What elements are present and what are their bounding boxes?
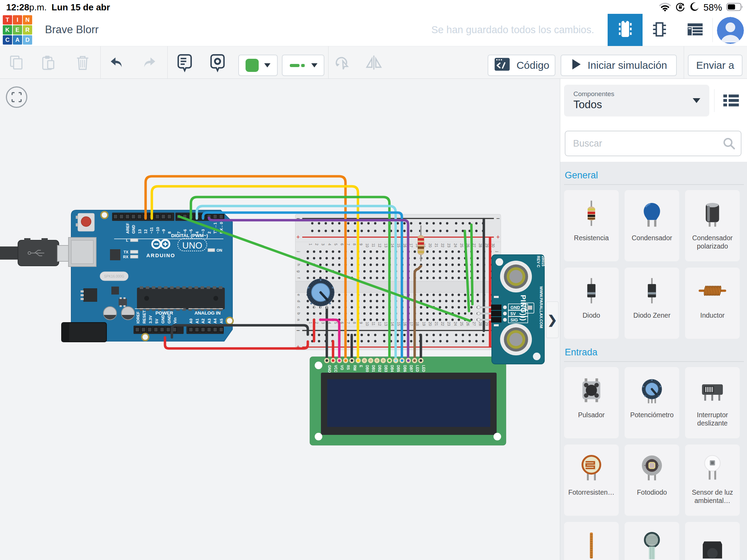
chevron-down-icon [693,98,700,103]
arduino-uno[interactable]: SPK16.000GAREFGND1312~11~10~987~6~54~32T… [0,210,233,342]
circuit-canvas[interactable]: SPK16.000GAREFGND1312~11~10~987~6~54~32T… [0,79,560,560]
color-picker-button[interactable] [238,55,278,76]
paste-button[interactable] [39,46,57,78]
svg-text:17: 17 [409,243,413,248]
component-card-capacitor[interactable]: Condensador [625,190,679,261]
svg-text:19: 19 [422,322,426,326]
play-icon [570,58,582,73]
component-card-capacitor-polarized[interactable]: Condensador polarizado [685,190,740,261]
svg-text:16: 16 [403,322,407,326]
component-card-flex-sensor[interactable] [564,522,619,560]
svg-text:23: 23 [447,322,451,326]
component-card-ambient-light-sensor[interactable]: Sensor de luz ambiental… [685,445,740,516]
breadboard-view-button[interactable] [608,14,643,46]
chip-icon [651,20,668,40]
svg-text:8: 8 [352,243,357,245]
svg-text:20: 20 [428,243,432,248]
component-card-photoresistor[interactable]: Fotorresisten… [564,445,619,516]
component-list-view-button[interactable] [683,14,707,46]
resistor-icon [577,198,606,228]
component-card-potentiometer[interactable]: Potenciómetro [625,367,679,438]
svg-text:2: 2 [315,243,319,245]
notes-button[interactable] [175,46,194,78]
copy-button[interactable] [8,46,25,78]
potentiometer-component[interactable] [307,279,334,309]
rotate-button[interactable] [333,46,351,78]
svg-text:12: 12 [144,229,148,234]
inductor-icon [698,276,727,306]
delete-button[interactable] [74,46,91,78]
schematic-view-button[interactable] [647,14,672,46]
status-bar: 12:28p.m. Lun 15 de abr 58% [0,0,747,14]
component-label: Resistencia [572,234,611,242]
component-card-resistor[interactable]: Resistencia [564,190,619,261]
wire-ping-gnd-green[interactable] [471,225,472,304]
document-title[interactable]: Brave Blorr [45,24,99,36]
components-panel: Componentes Todos GeneralResistenciaCond… [560,79,747,560]
slide-switch-icon [698,375,727,405]
battery-icon [726,2,744,13]
circuit-drawing[interactable]: SPK16.000GAREFGND1312~11~10~987~6~54~32T… [0,79,560,560]
svg-text:1: 1 [308,322,313,324]
component-label: Condensador polarizado [685,234,740,251]
svg-text:18: 18 [415,322,419,326]
component-card-inductor[interactable]: Inductor [685,268,740,339]
undo-button[interactable] [108,46,125,78]
code-button[interactable]: Código [488,55,555,76]
panel-collapse-handle[interactable]: ❯ [546,301,559,338]
svg-text:DIGITAL (PWM~): DIGITAL (PWM~) [171,233,208,238]
redo-button[interactable] [141,46,158,78]
svg-text:g: g [297,270,301,272]
component-card-force-sensor[interactable] [625,522,679,560]
svg-text:A3: A3 [207,318,211,324]
svg-text:ACT: ACT [524,304,527,310]
zoom-to-fit-button[interactable] [6,86,27,108]
autosave-status: Se han guardado todos los cambios. [431,24,594,36]
svg-text:DB6: DB6 [403,365,407,372]
list-view-toggle[interactable] [722,92,740,110]
svg-text:13: 13 [384,322,388,326]
svg-text:30: 30 [491,243,495,248]
start-simulation-button[interactable]: Iniciar simulación [561,55,677,76]
svg-text:27: 27 [472,322,476,326]
search-input[interactable] [565,131,741,156]
svg-text:ON: ON [216,248,222,252]
photodiode-icon [637,453,667,483]
component-card-photodiode[interactable]: Fotodiodo [625,445,679,516]
code-icon [494,56,511,75]
svg-text:GND: GND [131,225,136,234]
component-card-pir-sensor[interactable] [685,522,740,560]
mirror-button[interactable] [365,46,383,78]
top-bar: 12:28p.m. Lun 15 de abr 58% TINKERCAD Br… [0,0,747,46]
svg-text:DB7: DB7 [409,365,413,372]
svg-text:5: 5 [334,322,338,324]
svg-text:14: 14 [390,243,395,248]
avatar[interactable] [717,17,744,44]
svg-text:11: 11 [371,243,376,247]
rotation-lock-icon [675,2,685,13]
wire-type-button[interactable] [282,55,324,76]
svg-text:23: 23 [447,243,451,248]
flex-sensor-icon [577,530,606,560]
label-visibility-button[interactable] [208,46,227,78]
component-card-diode-zener[interactable]: Diodo Zener [625,268,679,339]
svg-text:7: 7 [346,322,350,324]
svg-text:UNO: UNO [182,240,202,251]
component-card-pushbutton[interactable]: Pulsador [564,367,619,438]
svg-text:Vin: Vin [173,317,177,324]
lcd-16x2[interactable]: GNDVCCVORSRWEDB0DB1DB2DB3DB4DB5DB6DB7LED… [310,357,506,445]
component-label: Fotodiodo [635,488,669,496]
svg-text:+: + [496,234,500,241]
diode-zener-icon [637,276,667,306]
component-card-slide-switch[interactable]: Interruptor deslizante [685,367,740,438]
component-card-diode[interactable]: Diodo [564,268,619,339]
svg-text:DB4: DB4 [390,365,394,372]
svg-text:−: − [296,327,300,334]
tinkercad-logo[interactable]: TINKERCAD [3,15,32,45]
components-filter-dropdown[interactable]: Componentes Todos [564,85,709,116]
send-to-button[interactable]: Enviar a [688,55,743,76]
photoresistor-icon [577,453,606,483]
component-label: Diodo Zener [631,311,672,319]
diode-icon [577,276,606,306]
svg-text:21: 21 [434,322,439,326]
